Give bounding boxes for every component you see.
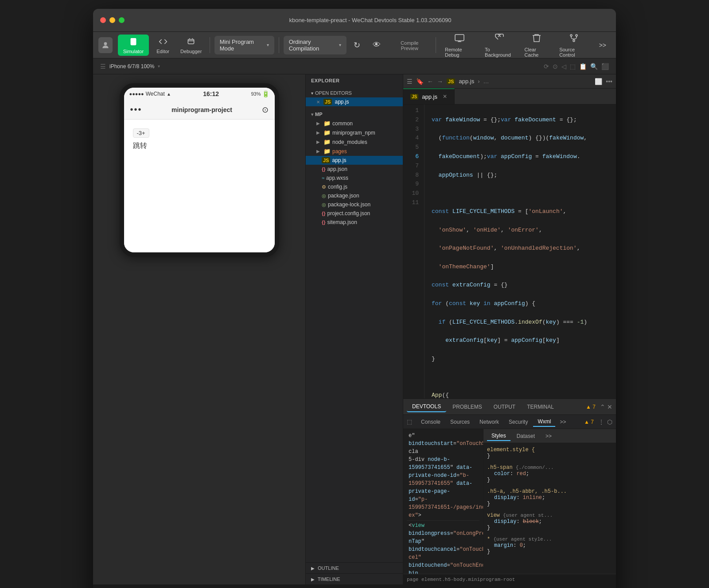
tree-item-appjs[interactable]: JS app.js (306, 156, 403, 165)
devtools-new-window-icon[interactable]: ⬡ (607, 418, 612, 426)
more-sub-tabs-icon[interactable]: >> (556, 417, 569, 427)
traffic-lights (100, 17, 125, 23)
screenshot-icon[interactable]: ⬚ (570, 63, 576, 70)
config-icon: ⚙ (322, 184, 326, 190)
open-file-appjs[interactable]: ✕ JS app.js (306, 97, 403, 106)
preview-eye-button[interactable]: 👁 (367, 39, 386, 51)
maximize-button[interactable] (119, 17, 125, 23)
refresh-button[interactable]: ↻ (348, 39, 366, 52)
subtab-network[interactable]: Network (475, 418, 503, 426)
split-editor-icon[interactable]: ⬜ (595, 78, 602, 85)
device-selector[interactable]: iPhone 6/7/8 100% (109, 63, 154, 70)
tab-styles[interactable]: Styles (487, 431, 510, 441)
tree-item-packagelockjson[interactable]: ◎ package-lock.json (306, 200, 403, 209)
tab-output[interactable]: OUTPUT (488, 402, 521, 412)
svg-point-10 (573, 40, 575, 42)
record-icon[interactable]: ⊙ (553, 63, 558, 70)
console-line[interactable]: <view bindlongpress="onLongPress" nTap" … (407, 521, 479, 574)
editor-icon (158, 36, 168, 47)
nav-dots[interactable]: ••• (130, 104, 142, 115)
tab-dataset[interactable]: Dataset (512, 432, 539, 441)
tab-appjs[interactable]: JS app.js ✕ (403, 89, 455, 104)
subtab-console[interactable]: Console (417, 418, 445, 426)
battery-icon: 🔋 (262, 90, 269, 97)
tree-item-packagejson[interactable]: ◎ package.json (306, 191, 403, 200)
clear-cache-button[interactable]: Clear Cache (520, 31, 553, 59)
simulator-button[interactable]: Simulator (118, 35, 148, 56)
avatar[interactable] (98, 37, 113, 53)
tree-item-projectconfig[interactable]: {} project.config.json (306, 209, 403, 218)
tab-close-icon[interactable]: ✕ (443, 93, 447, 100)
forward-icon[interactable]: → (437, 78, 443, 85)
subtab-sources[interactable]: Sources (446, 418, 474, 426)
to-background-button[interactable]: To Background (480, 31, 518, 59)
editor-code-view[interactable]: var fakeWindow = {};var fakeDocument = {… (425, 104, 616, 398)
tree-item-configjs[interactable]: ⚙ config.js (306, 182, 403, 191)
clipboard-icon[interactable]: 📋 (579, 63, 587, 70)
inspect-page-icon[interactable]: ⬚ (407, 418, 412, 425)
tree-item-appwxss[interactable]: ≈ app.wxss (306, 174, 403, 182)
more-button[interactable]: >> (595, 40, 611, 50)
audio-icon[interactable]: ◁ (561, 63, 566, 70)
dom-path-label: page element.h5-body.miniprogram-root (407, 577, 515, 582)
mp-section: ▾ MP ▶ 📁 common ▶ 📁 miniprogram_npm ▶ 📁 … (306, 108, 403, 228)
tree-item-sitemapjson[interactable]: {} sitemap.json (306, 218, 403, 227)
toggle-sidebar-icon[interactable]: ☰ (407, 78, 413, 85)
subtab-wxml[interactable]: Wxml (533, 417, 555, 427)
more-options-icon[interactable]: ••• (606, 78, 612, 85)
tree-item-miniprogram-npm[interactable]: ▶ 📁 miniprogram_npm (306, 128, 403, 137)
devtools-options-icon[interactable]: ⋮ (598, 418, 604, 426)
subtab-security[interactable]: Security (504, 418, 532, 426)
source-control-button[interactable]: Source Control (555, 31, 593, 59)
minimize-button[interactable] (109, 17, 115, 23)
rotate-icon[interactable]: ⟳ (544, 63, 549, 70)
tab-problems[interactable]: PROBLEMS (447, 402, 487, 412)
timeline-section[interactable]: ▶ TIMELINE (306, 573, 403, 584)
console-area[interactable]: e" bindtouchstart="onTouchStart" cla 5-d… (403, 429, 483, 574)
console-line[interactable]: e" bindtouchstart="onTouchStart" cla 5-d… (407, 431, 479, 521)
debugger-button[interactable]: Debugger (177, 35, 205, 56)
settings-icon[interactable]: ⬛ (601, 63, 609, 70)
editor-gutter: 1 2 3 4 5 6 ▾7 8 9 10 ▾11 (403, 104, 425, 398)
close-panel-icon[interactable]: ✕ (607, 403, 612, 410)
tab-terminal[interactable]: TERMINAL (522, 402, 559, 412)
editor-button[interactable]: Editor (151, 35, 175, 56)
simulator-pane: ●●●●● WeChat ▲ 16:12 93% 🔋 ••• miniprogr… (93, 74, 306, 584)
tree-item-common[interactable]: ▶ 📁 common (306, 119, 403, 128)
tab-devtools[interactable]: DEVTOOLS (407, 402, 446, 412)
wifi-icon: ▲ (167, 92, 171, 97)
close-button[interactable] (100, 17, 106, 23)
remote-debug-button[interactable]: Remote Debug (440, 31, 479, 59)
outline-section[interactable]: ▶ OUTLINE (306, 562, 403, 573)
compile-chevron-icon: ▾ (339, 43, 341, 47)
mini-program-mode-button[interactable]: Mini Program Mode ▾ (214, 36, 274, 54)
tree-item-appjson[interactable]: {} app.json (306, 165, 403, 174)
tab-styles-more[interactable]: >> (541, 432, 556, 441)
more-icon: >> (599, 42, 606, 49)
nav-home-icon[interactable]: ⊙ (262, 105, 269, 115)
tree-item-pages[interactable]: ▶ 📁 pages (306, 147, 403, 156)
mp-header[interactable]: ▾ MP (306, 110, 403, 119)
editor-breadcrumb-separator: › (478, 78, 479, 85)
devtools-panel: DEVTOOLS PROBLEMS OUTPUT TERMINAL ▲ 7 ⌃ … (403, 398, 616, 584)
compile-button[interactable]: Ordinary Compilation ▾ (284, 36, 347, 54)
bookmark-icon[interactable]: 🔖 (416, 78, 424, 85)
grid-icon[interactable]: ☰ (100, 63, 106, 70)
sub-toolbar: ☰ iPhone 6/7/8 100% ▾ ⟳ ⊙ ◁ ⬚ 📋 🔍 ⬛ (93, 58, 616, 74)
toolbar-divider-1 (210, 37, 210, 53)
back-icon[interactable]: ← (427, 78, 433, 85)
folder-icon: 📁 (323, 139, 331, 145)
toolbar-divider-2 (279, 37, 279, 53)
phone-frame: ●●●●● WeChat ▲ 16:12 93% 🔋 ••• miniprogr… (120, 83, 279, 257)
close-file-icon[interactable]: ✕ (316, 100, 320, 104)
expand-icon[interactable]: ⌃ (600, 403, 605, 410)
tree-item-node-modules[interactable]: ▶ 📁 node_modules (306, 137, 403, 147)
clear-cache-icon (531, 33, 542, 45)
editor-breadcrumb-path: … (483, 78, 489, 85)
inspect-icon[interactable]: 🔍 (590, 63, 598, 70)
chevron-down-icon: ▾ (267, 43, 269, 47)
toolbar-divider-3 (436, 37, 436, 53)
debugger-icon (186, 36, 196, 47)
styles-panel: Styles Dataset >> element.style { } .h5-… (483, 429, 616, 574)
battery-indicator: 93% (251, 91, 261, 97)
